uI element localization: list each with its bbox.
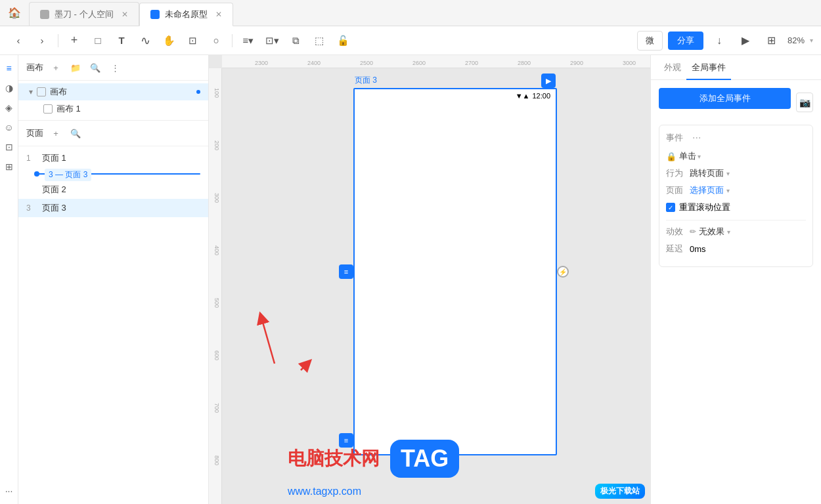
page-3-num: 3 — [26, 203, 37, 213]
click-label: 单击 — [679, 150, 696, 162]
lock-icon: 🔒 — [666, 152, 677, 161]
tab-appearance[interactable]: 外观 — [659, 55, 686, 80]
frame-right-dot[interactable]: ⚡ — [557, 266, 569, 278]
frame-btn[interactable]: ⊡ — [182, 30, 203, 51]
frame-left-handle-bottom[interactable]: ≡ — [339, 433, 353, 448]
page-3-name: 页面 3 — [42, 202, 200, 214]
multiscreen-btn[interactable]: ⊞ — [761, 30, 782, 51]
zoom-dropdown-icon[interactable]: ▾ — [810, 37, 813, 44]
canvas-search-btn[interactable]: 🔍 — [88, 60, 102, 75]
canvas-tree-item1[interactable]: 画布 1 — [18, 100, 208, 117]
ruler-mark-3000: 3000 — [623, 60, 636, 66]
frame-left-handle-top[interactable]: ≡ — [339, 264, 353, 279]
canvas-folder-btn[interactable]: 📁 — [68, 60, 83, 75]
tab-home-close[interactable]: ✕ — [122, 10, 128, 19]
toolbar-right: 微 分享 ↓ ▶ ⊞ 82% ▾ — [637, 30, 813, 51]
text-btn[interactable]: T — [111, 30, 132, 51]
ruler-mark-v-100: 100 — [213, 88, 220, 98]
page-item-3[interactable]: 3 页面 3 — [18, 199, 208, 217]
signal-icon: ▼▲ — [516, 92, 530, 100]
canvas-tree-root[interactable]: ▾ 画布 — [18, 83, 208, 100]
left-panel: 画布 + 📁 🔍 ⋮ ▾ 画布 画布 1 页面 + 🔍 — [18, 55, 209, 504]
drag-label: 3 — 页面 3 — [45, 169, 91, 181]
delay-value[interactable]: 0ms — [690, 244, 706, 254]
canvas-add-btn[interactable]: + — [49, 60, 63, 75]
frame-play-btn[interactable]: ▶ — [541, 74, 556, 88]
behavior-value[interactable]: 跳转页面 ▾ — [690, 167, 806, 179]
reset-scroll-label: 重置滚动位置 — [679, 201, 730, 213]
download-btn[interactable]: ↓ — [709, 30, 730, 51]
effect-value[interactable]: ✏ 无效果 ▾ — [690, 226, 730, 238]
back-btn[interactable]: ‹ — [8, 30, 29, 51]
effect-arrow: ▾ — [727, 228, 730, 236]
align-btn[interactable]: ≡▾ — [238, 30, 259, 51]
sidebar-icon-links[interactable]: ⊞ — [1, 159, 17, 175]
add-event-row: 添加全局事件 📷 — [659, 88, 813, 117]
insert-btn[interactable]: + — [64, 30, 85, 51]
ruler-mark-v-400: 400 — [213, 245, 220, 255]
camera-btn[interactable]: 📷 — [796, 93, 813, 112]
add-event-btn[interactable]: 添加全局事件 — [659, 88, 791, 109]
pages-search-btn[interactable]: 🔍 — [68, 126, 83, 140]
click-dropdown[interactable]: 单击 ▾ — [679, 150, 701, 162]
page-arrow: ▾ — [726, 187, 730, 194]
page-item-1[interactable]: 1 页面 1 — [18, 149, 208, 167]
reset-scroll-checkbox[interactable]: ✓ — [666, 203, 675, 212]
rect-btn[interactable]: □ — [87, 30, 108, 51]
tab-bar: 🏠 墨刀 - 个人空间 ✕ 未命名原型 ✕ — [0, 0, 821, 26]
delay-label: 延迟 — [666, 243, 690, 255]
copy-btn[interactable]: ⧉ — [285, 30, 306, 51]
ruler-mark-2400: 2400 — [307, 60, 321, 66]
phone-frame[interactable]: 页面 3 ▶ ≡ ≡ ⚡ ▼▲ 12:00 — [353, 88, 557, 455]
effect-label: 动效 — [666, 226, 690, 238]
event-more-btn[interactable]: ··· — [692, 132, 701, 144]
ellipse-btn[interactable]: ○ — [206, 30, 227, 51]
resize-btn[interactable]: ⊡▾ — [261, 30, 282, 51]
tab-global-events[interactable]: 全局事件 — [686, 55, 731, 80]
home-icon[interactable]: 🏠 — [0, 7, 29, 19]
phone-status-bar: ▼▲ 12:00 — [355, 89, 556, 102]
tab-prototype-icon — [150, 10, 160, 19]
click-event-row: 🔒 单击 ▾ — [666, 150, 806, 162]
tab-prototype-close[interactable]: ✕ — [215, 10, 222, 19]
paste-btn[interactable]: ⬚ — [309, 30, 330, 51]
hand-btn[interactable]: ✋ — [158, 30, 179, 51]
path-btn[interactable]: ∿ — [135, 30, 156, 51]
canvas-area[interactable]: 2300 2400 2500 2600 2700 2800 2900 3000 … — [209, 55, 650, 504]
play-btn[interactable]: ▶ — [735, 30, 756, 51]
canvas-more-btn[interactable]: ⋮ — [108, 60, 122, 75]
sidebar-icon-images[interactable]: ⊡ — [1, 139, 17, 155]
right-content: 添加全局事件 📷 事件 ··· 🔒 单击 ▾ 行为 — [651, 80, 821, 504]
page-1-name: 页面 1 — [42, 152, 200, 164]
page-item-2[interactable]: 页面 2 — [18, 180, 208, 199]
sidebar-icon-icons[interactable]: ◈ — [1, 100, 17, 116]
left-icon-sidebar: ≡ ◑ ◈ ☺ ⊡ ⊞ ··· — [0, 55, 18, 504]
sidebar-icon-components[interactable]: ◑ — [1, 80, 17, 96]
lock-btn[interactable]: 🔓 — [332, 30, 353, 51]
tab-home[interactable]: 墨刀 - 个人空间 ✕ — [29, 2, 139, 26]
pages-list: 1 页面 1 3 — 页面 3 页面 2 3 页面 3 — [18, 146, 208, 504]
svg-line-2 — [301, 364, 307, 370]
sidebar-icon-layers[interactable]: ≡ — [1, 60, 17, 76]
ruler-mark-v-800: 800 — [213, 455, 220, 465]
zoom-level[interactable]: 82% — [788, 35, 805, 45]
forward-btn[interactable]: › — [32, 30, 53, 51]
wei-btn[interactable]: 微 — [637, 31, 663, 51]
ruler-mark-2700: 2700 — [465, 60, 478, 66]
share-btn[interactable]: 分享 — [668, 32, 703, 50]
event-header-row: 事件 ··· — [666, 132, 806, 144]
pages-add-btn[interactable]: + — [49, 126, 63, 140]
reset-scroll-row[interactable]: ✓ 重置滚动位置 — [666, 201, 806, 213]
page-prop-value[interactable]: 选择页面 ▾ — [690, 184, 806, 196]
toolbar: ‹ › + □ T ∿ ✋ ⊡ ○ ≡▾ ⊡▾ ⧉ ⬚ 🔓 微 分享 ↓ ▶ ⊞… — [0, 26, 821, 55]
tab-prototype[interactable]: 未命名原型 ✕ — [139, 3, 233, 26]
arrow-annotations — [235, 278, 366, 410]
ruler-mark-2600: 2600 — [412, 60, 426, 66]
ruler-vertical: 100 200 300 400 500 600 700 800 — [209, 68, 222, 504]
main-layout: ≡ ◑ ◈ ☺ ⊡ ⊞ ··· 画布 + 📁 🔍 ⋮ ▾ 画布 画 — [0, 55, 821, 504]
canvas-tree: ▾ 画布 画布 1 — [18, 81, 208, 121]
sidebar-icon-more[interactable]: ··· — [1, 483, 17, 499]
sidebar-icon-emoji[interactable]: ☺ — [1, 119, 17, 135]
sep1 — [58, 34, 58, 47]
pages-section-header: 页面 + 🔍 — [18, 121, 208, 146]
